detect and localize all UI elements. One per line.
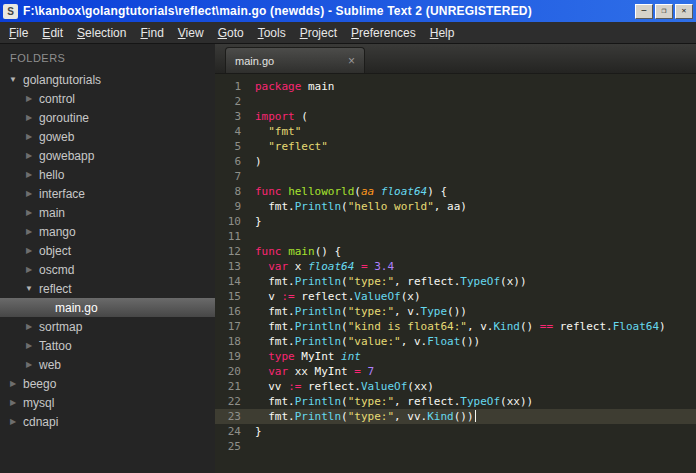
folder-reflect[interactable]: ▼reflect: [0, 279, 215, 298]
menu-view[interactable]: View: [171, 23, 211, 43]
tree-item-label: cdnapi: [23, 415, 58, 429]
code-line-3[interactable]: 3import (: [215, 109, 696, 124]
code-line-22[interactable]: 22 fmt.Println("type:", reflect.TypeOf(x…: [215, 394, 696, 409]
expand-arrow-icon[interactable]: ▶: [24, 151, 34, 160]
code-line-10[interactable]: 10}: [215, 214, 696, 229]
folder-interface[interactable]: ▶interface: [0, 184, 215, 203]
tree-item-label: Tattoo: [39, 339, 72, 353]
line-number: 15: [215, 289, 241, 304]
code-line-21[interactable]: 21 vv := reflect.ValueOf(xx): [215, 379, 696, 394]
folder-mysql[interactable]: ▶mysql: [0, 393, 215, 412]
folder-goroutine[interactable]: ▶goroutine: [0, 108, 215, 127]
folder-web[interactable]: ▶web: [0, 355, 215, 374]
code-line-24[interactable]: 24}: [215, 424, 696, 439]
code-line-2[interactable]: 2: [215, 94, 696, 109]
menu-goto[interactable]: Goto: [211, 23, 251, 43]
tab-close-icon[interactable]: ×: [348, 55, 355, 67]
expand-arrow-icon[interactable]: ▶: [24, 208, 34, 217]
tree-item-label: goroutine: [39, 111, 89, 125]
expand-arrow-icon[interactable]: ▶: [24, 227, 34, 236]
folder-control[interactable]: ▶control: [0, 89, 215, 108]
folder-tree: ▼golangtutorials▶control▶goroutine▶goweb…: [0, 70, 215, 431]
title-bar[interactable]: S F:\kanbox\golangtutorials\reflect\main…: [0, 0, 696, 22]
folder-sortmap[interactable]: ▶sortmap: [0, 317, 215, 336]
expand-arrow-icon[interactable]: ▶: [24, 265, 34, 274]
file-main-go[interactable]: main.go: [0, 298, 215, 317]
collapse-arrow-icon[interactable]: ▼: [8, 75, 18, 84]
tree-item-label: main.go: [55, 301, 98, 315]
line-number: 24: [215, 424, 241, 439]
code-text: fmt.Println("type:", v.Type()): [241, 304, 467, 319]
tab-main-go[interactable]: main.go ×: [225, 47, 365, 73]
expand-arrow-icon[interactable]: ▶: [8, 417, 18, 426]
code-line-5[interactable]: 5 "reflect": [215, 139, 696, 154]
code-line-15[interactable]: 15 v := reflect.ValueOf(x): [215, 289, 696, 304]
code-line-11[interactable]: 11: [215, 229, 696, 244]
code-line-4[interactable]: 4 "fmt": [215, 124, 696, 139]
code-line-23[interactable]: 23 fmt.Println("type:", vv.Kind()): [215, 409, 696, 424]
close-button[interactable]: ✕: [675, 4, 693, 19]
menu-selection[interactable]: Selection: [70, 23, 133, 43]
code-line-13[interactable]: 13 var x float64 = 3.4: [215, 259, 696, 274]
folder-object[interactable]: ▶object: [0, 241, 215, 260]
expand-arrow-icon[interactable]: ▶: [24, 132, 34, 141]
code-line-18[interactable]: 18 fmt.Println("value:", v.Float()): [215, 334, 696, 349]
expand-arrow-icon[interactable]: ▶: [8, 379, 18, 388]
code-line-8[interactable]: 8func helloworld(aa float64) {: [215, 184, 696, 199]
code-line-17[interactable]: 17 fmt.Println("kind is float64:", v.Kin…: [215, 319, 696, 334]
menu-preferences[interactable]: Preferences: [344, 23, 423, 43]
code-line-7[interactable]: 7: [215, 169, 696, 184]
expand-arrow-icon[interactable]: ▶: [24, 322, 34, 331]
menu-tools[interactable]: Tools: [251, 23, 293, 43]
collapse-arrow-icon[interactable]: ▼: [24, 284, 34, 293]
menu-help[interactable]: Help: [423, 23, 462, 43]
code-line-20[interactable]: 20 var xx MyInt = 7: [215, 364, 696, 379]
menu-find[interactable]: Find: [133, 23, 170, 43]
line-number: 3: [215, 109, 241, 124]
expand-arrow-icon[interactable]: ▶: [24, 170, 34, 179]
expand-arrow-icon[interactable]: ▶: [8, 398, 18, 407]
expand-arrow-icon[interactable]: ▶: [24, 246, 34, 255]
expand-arrow-icon[interactable]: ▶: [24, 341, 34, 350]
line-number: 14: [215, 274, 241, 289]
code-line-9[interactable]: 9 fmt.Println("hello world", aa): [215, 199, 696, 214]
folder-beego[interactable]: ▶beego: [0, 374, 215, 393]
folder-hello[interactable]: ▶hello: [0, 165, 215, 184]
menu-project[interactable]: Project: [293, 23, 344, 43]
code-area[interactable]: 1package main23import (4 "fmt"5 "reflect…: [215, 74, 696, 473]
code-line-14[interactable]: 14 fmt.Println("type:", reflect.TypeOf(x…: [215, 274, 696, 289]
code-text: func helloworld(aa float64) {: [241, 184, 447, 199]
folder-golangtutorials[interactable]: ▼golangtutorials: [0, 70, 215, 89]
menu-edit[interactable]: Edit: [35, 23, 70, 43]
folder-oscmd[interactable]: ▶oscmd: [0, 260, 215, 279]
minimize-button[interactable]: ─: [635, 4, 653, 19]
folder-tattoo[interactable]: ▶Tattoo: [0, 336, 215, 355]
code-text: fmt.Println("kind is float64:", v.Kind()…: [241, 319, 666, 334]
code-line-16[interactable]: 16 fmt.Println("type:", v.Type()): [215, 304, 696, 319]
expand-arrow-icon[interactable]: ▶: [24, 94, 34, 103]
code-text: }: [241, 424, 262, 439]
expand-arrow-icon[interactable]: ▶: [24, 360, 34, 369]
expand-arrow-icon[interactable]: ▶: [24, 189, 34, 198]
tree-item-label: mango: [39, 225, 76, 239]
code-text: fmt.Println("type:", vv.Kind()): [241, 409, 476, 424]
code-line-12[interactable]: 12func main() {: [215, 244, 696, 259]
code-text: fmt.Println("type:", reflect.TypeOf(x)): [241, 274, 527, 289]
folder-cdnapi[interactable]: ▶cdnapi: [0, 412, 215, 431]
code-line-19[interactable]: 19 type MyInt int: [215, 349, 696, 364]
line-number: 5: [215, 139, 241, 154]
maximize-button[interactable]: ❐: [655, 4, 673, 19]
folder-gowebapp[interactable]: ▶gowebapp: [0, 146, 215, 165]
tree-item-label: oscmd: [39, 263, 74, 277]
menu-file[interactable]: File: [2, 23, 35, 43]
code-line-1[interactable]: 1package main: [215, 79, 696, 94]
code-line-25[interactable]: 25: [215, 439, 696, 454]
folder-mango[interactable]: ▶mango: [0, 222, 215, 241]
folder-goweb[interactable]: ▶goweb: [0, 127, 215, 146]
sublime-window: S F:\kanbox\golangtutorials\reflect\main…: [0, 0, 696, 473]
code-text: func main() {: [241, 244, 341, 259]
folder-main[interactable]: ▶main: [0, 203, 215, 222]
code-line-6[interactable]: 6): [215, 154, 696, 169]
expand-arrow-icon[interactable]: ▶: [24, 113, 34, 122]
tree-item-label: interface: [39, 187, 85, 201]
